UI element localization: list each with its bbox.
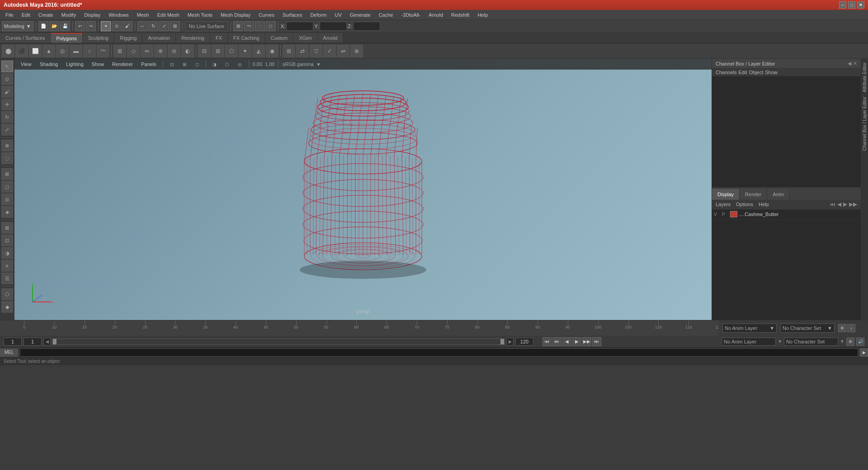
channel-menu-channels[interactable]: Channels (716, 70, 736, 75)
pb-step-forward[interactable]: ▶▶ (582, 337, 591, 346)
shelf-extrude[interactable]: ⊞ (113, 45, 126, 57)
vp-show-menu[interactable]: Show (89, 61, 107, 67)
menu-curves[interactable]: Curves (255, 11, 278, 19)
tab-rigging[interactable]: Rigging (114, 33, 142, 43)
menu-create[interactable]: Create (35, 11, 57, 19)
menu-edit[interactable]: Edit (18, 11, 34, 19)
menu-modify[interactable]: Modify (58, 11, 80, 19)
tab-rendering[interactable]: Rendering (176, 33, 210, 43)
tab-custom[interactable]: Custom (265, 33, 294, 43)
shelf-bevel[interactable]: ◇ (127, 45, 140, 57)
shelf-separate[interactable]: ⊖ (168, 45, 180, 57)
gamma-dropdown-icon[interactable]: ▼ (316, 62, 321, 67)
timeline-settings-btn[interactable]: ⚙ (838, 324, 846, 332)
snap-view-btn[interactable]: □ (266, 21, 276, 31)
move-btn[interactable]: ↔ (137, 21, 147, 31)
create-poly-tool[interactable]: ◻ (1, 181, 13, 193)
maximize-button[interactable]: □ (848, 1, 855, 9)
char-set-field[interactable]: No Character Set ▼ (780, 324, 835, 333)
rotate-btn[interactable]: ↻ (148, 21, 158, 31)
vp-view-menu[interactable]: View (18, 61, 34, 67)
timeline-ruler[interactable]: 5101520253035404550556065707580859095100… (0, 320, 719, 336)
move-tool[interactable]: ✛ (1, 99, 13, 110)
soft-select-tool[interactable]: ⊕ (1, 140, 13, 151)
tab-animation[interactable]: Animation (142, 33, 176, 43)
layer-btn-play[interactable]: ▶ (843, 201, 847, 207)
shelf-sphere-smooth[interactable]: ⬤ (2, 45, 14, 57)
layer-name-label[interactable]: ....Cashew_Butter (739, 212, 778, 217)
shelf-fill-hole[interactable]: ⬡ (225, 45, 238, 57)
frame-range-slider[interactable] (52, 338, 505, 345)
layers-menu-item[interactable]: Layers (716, 202, 731, 207)
layer-btn-next[interactable]: ▶▶ (849, 201, 857, 207)
lasso-tool[interactable]: ⊙ (1, 73, 13, 85)
minimize-button[interactable]: ─ (839, 1, 846, 9)
slider-left-handle[interactable] (53, 339, 57, 344)
shelf-transfer-attr[interactable]: ⇄ (296, 45, 309, 57)
attribute-editor-tab[interactable]: Attribute Editor (861, 61, 868, 94)
tab-fx-caching[interactable]: FX Caching (228, 33, 265, 43)
menu-cache[interactable]: Cache (375, 11, 397, 19)
menu-uv[interactable]: UV (331, 11, 345, 19)
shelf-cone[interactable]: ▲ (42, 45, 55, 57)
mode-dropdown[interactable]: Modeling ▼ (2, 21, 33, 31)
channel-menu-object[interactable]: Object (749, 70, 763, 75)
menu-edit-mesh[interactable]: Edit Mesh (154, 11, 183, 19)
tab-polygons[interactable]: Polygons (51, 33, 82, 43)
menu-redshift[interactable]: Redshift (448, 11, 473, 19)
anim-layer-field[interactable]: No Anim Layer ▼ (722, 324, 777, 333)
scale-tool[interactable]: ⤢ (1, 124, 13, 136)
shelf-bridge[interactable]: ⇔ (141, 45, 153, 57)
bottom-settings-btn[interactable]: ⚙ (846, 338, 854, 346)
tab-curves-surfaces[interactable]: Curves / Surfaces (0, 33, 51, 43)
pb-play-forward[interactable]: ▶ (572, 337, 581, 346)
z-field[interactable] (353, 22, 380, 31)
tab-xgen[interactable]: XGen (293, 33, 317, 43)
channel-menu-show[interactable]: Show (765, 70, 778, 75)
scale-btn[interactable]: ⤢ (159, 21, 169, 31)
paint-select-btn[interactable]: 🖌 (123, 21, 132, 31)
vp-renderer-menu[interactable]: Renderer (109, 61, 136, 67)
pb-goto-start[interactable]: ⏮ (542, 337, 552, 346)
vp-xray-btn[interactable]: ◎ (235, 59, 245, 69)
disp-tab-display[interactable]: Display (712, 189, 740, 200)
channel-menu-edit[interactable]: Edit (738, 70, 747, 75)
end-frame-field[interactable]: 120 (515, 338, 533, 346)
paint-weights-tool[interactable]: ◌ (1, 152, 13, 164)
select-tool-btn[interactable]: ✦ (101, 21, 111, 31)
anim-layer-bottom-field[interactable]: No Anim Layer (722, 338, 776, 346)
shelf-circularize[interactable]: ◉ (266, 45, 278, 57)
timeline-audio-btn[interactable]: ♪ (847, 324, 855, 332)
vp-shaded-btn[interactable]: ◑ (210, 59, 220, 69)
disp-tab-anim[interactable]: Anim (767, 189, 790, 200)
sculpt-tool[interactable]: ◎ (1, 193, 13, 205)
hypershade-btn[interactable]: ◆ (1, 301, 13, 313)
layer-color-swatch[interactable] (730, 211, 737, 217)
wireframe-btn[interactable]: ⊡ (1, 235, 13, 246)
layer-btn[interactable]: ≡ (1, 260, 13, 272)
shelf-smooth[interactable]: ◐ (181, 45, 194, 57)
menu-deform[interactable]: Deform (307, 11, 330, 19)
anim-layer-dropdown-icon[interactable]: ▼ (769, 325, 774, 331)
vp-wireframe-btn[interactable]: ◻ (192, 59, 202, 69)
shelf-insert-loop[interactable]: ⊟ (198, 45, 211, 57)
shelf-offset-loop[interactable]: ⊞ (212, 45, 224, 57)
shelf-uv-editor[interactable]: ⊞ (283, 45, 295, 57)
vp-shading-menu[interactable]: Shading (37, 61, 61, 67)
grid-display-btn[interactable]: ⊞ (1, 222, 13, 234)
shelf-boolean[interactable]: ⊗ (350, 45, 363, 57)
menu-file[interactable]: File (2, 11, 17, 19)
start-frame-field[interactable]: 1 (4, 338, 22, 346)
menu-mesh-tools[interactable]: Mesh Tools (184, 11, 216, 19)
universal-manip-btn[interactable]: ⊞ (170, 21, 180, 31)
shelf-disc[interactable]: ○ (83, 45, 96, 57)
shelf-wedge[interactable]: ◭ (252, 45, 265, 57)
menu-help[interactable]: Help (474, 11, 491, 19)
script-input-field[interactable] (20, 348, 858, 357)
show-manipulator-tool[interactable]: ⊞ (1, 168, 13, 180)
viewport[interactable]: View Shading Lighting Show Renderer Pane… (14, 59, 712, 320)
layer-btn-rewind[interactable]: ⏮ (830, 201, 835, 207)
char-set-bottom-field[interactable]: No Character Set (784, 338, 838, 346)
menu-surfaces[interactable]: Surfaces (279, 11, 306, 19)
lasso-select-btn[interactable]: ⊙ (112, 21, 122, 31)
